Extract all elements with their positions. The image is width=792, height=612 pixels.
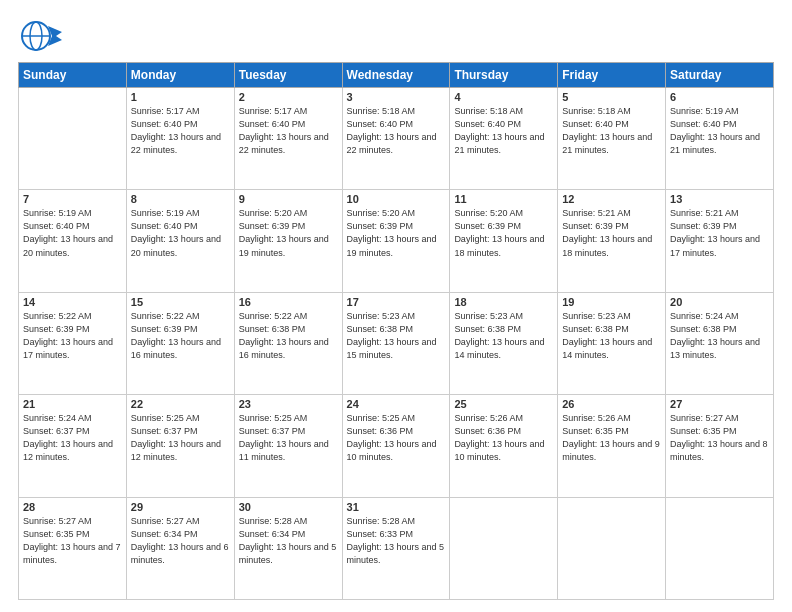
day-info: Sunrise: 5:18 AM Sunset: 6:40 PM Dayligh…: [454, 105, 553, 157]
calendar-cell: 29Sunrise: 5:27 AM Sunset: 6:34 PM Dayli…: [126, 497, 234, 599]
weekday-header-friday: Friday: [558, 63, 666, 88]
day-number: 28: [23, 501, 122, 513]
calendar-cell: 27Sunrise: 5:27 AM Sunset: 6:35 PM Dayli…: [666, 395, 774, 497]
day-info: Sunrise: 5:23 AM Sunset: 6:38 PM Dayligh…: [347, 310, 446, 362]
calendar-cell: [558, 497, 666, 599]
day-number: 30: [239, 501, 338, 513]
calendar-cell: 19Sunrise: 5:23 AM Sunset: 6:38 PM Dayli…: [558, 292, 666, 394]
day-number: 9: [239, 193, 338, 205]
calendar-cell: 2Sunrise: 5:17 AM Sunset: 6:40 PM Daylig…: [234, 88, 342, 190]
calendar-cell: 26Sunrise: 5:26 AM Sunset: 6:35 PM Dayli…: [558, 395, 666, 497]
day-number: 24: [347, 398, 446, 410]
calendar-cell: 20Sunrise: 5:24 AM Sunset: 6:38 PM Dayli…: [666, 292, 774, 394]
page: SundayMondayTuesdayWednesdayThursdayFrid…: [0, 0, 792, 612]
day-info: Sunrise: 5:27 AM Sunset: 6:35 PM Dayligh…: [23, 515, 122, 567]
day-number: 15: [131, 296, 230, 308]
calendar-cell: 21Sunrise: 5:24 AM Sunset: 6:37 PM Dayli…: [19, 395, 127, 497]
day-number: 19: [562, 296, 661, 308]
day-number: 29: [131, 501, 230, 513]
day-number: 3: [347, 91, 446, 103]
calendar-cell: [450, 497, 558, 599]
calendar-cell: 1Sunrise: 5:17 AM Sunset: 6:40 PM Daylig…: [126, 88, 234, 190]
day-info: Sunrise: 5:28 AM Sunset: 6:33 PM Dayligh…: [347, 515, 446, 567]
day-number: 7: [23, 193, 122, 205]
weekday-header-saturday: Saturday: [666, 63, 774, 88]
calendar-cell: 15Sunrise: 5:22 AM Sunset: 6:39 PM Dayli…: [126, 292, 234, 394]
day-number: 8: [131, 193, 230, 205]
calendar-cell: 17Sunrise: 5:23 AM Sunset: 6:38 PM Dayli…: [342, 292, 450, 394]
calendar-cell: 14Sunrise: 5:22 AM Sunset: 6:39 PM Dayli…: [19, 292, 127, 394]
day-info: Sunrise: 5:20 AM Sunset: 6:39 PM Dayligh…: [347, 207, 446, 259]
week-row-4: 21Sunrise: 5:24 AM Sunset: 6:37 PM Dayli…: [19, 395, 774, 497]
day-info: Sunrise: 5:21 AM Sunset: 6:39 PM Dayligh…: [670, 207, 769, 259]
day-info: Sunrise: 5:18 AM Sunset: 6:40 PM Dayligh…: [562, 105, 661, 157]
calendar-cell: 9Sunrise: 5:20 AM Sunset: 6:39 PM Daylig…: [234, 190, 342, 292]
day-number: 4: [454, 91, 553, 103]
day-info: Sunrise: 5:25 AM Sunset: 6:36 PM Dayligh…: [347, 412, 446, 464]
logo: [18, 18, 66, 54]
calendar-cell: 30Sunrise: 5:28 AM Sunset: 6:34 PM Dayli…: [234, 497, 342, 599]
calendar-cell: 25Sunrise: 5:26 AM Sunset: 6:36 PM Dayli…: [450, 395, 558, 497]
day-info: Sunrise: 5:22 AM Sunset: 6:38 PM Dayligh…: [239, 310, 338, 362]
day-info: Sunrise: 5:26 AM Sunset: 6:35 PM Dayligh…: [562, 412, 661, 464]
day-info: Sunrise: 5:22 AM Sunset: 6:39 PM Dayligh…: [131, 310, 230, 362]
calendar-cell: 3Sunrise: 5:18 AM Sunset: 6:40 PM Daylig…: [342, 88, 450, 190]
week-row-3: 14Sunrise: 5:22 AM Sunset: 6:39 PM Dayli…: [19, 292, 774, 394]
day-info: Sunrise: 5:22 AM Sunset: 6:39 PM Dayligh…: [23, 310, 122, 362]
day-info: Sunrise: 5:19 AM Sunset: 6:40 PM Dayligh…: [670, 105, 769, 157]
day-number: 5: [562, 91, 661, 103]
calendar-cell: 8Sunrise: 5:19 AM Sunset: 6:40 PM Daylig…: [126, 190, 234, 292]
day-number: 17: [347, 296, 446, 308]
day-info: Sunrise: 5:17 AM Sunset: 6:40 PM Dayligh…: [239, 105, 338, 157]
day-number: 18: [454, 296, 553, 308]
day-number: 10: [347, 193, 446, 205]
day-number: 16: [239, 296, 338, 308]
calendar-cell: 11Sunrise: 5:20 AM Sunset: 6:39 PM Dayli…: [450, 190, 558, 292]
day-number: 13: [670, 193, 769, 205]
calendar-cell: 31Sunrise: 5:28 AM Sunset: 6:33 PM Dayli…: [342, 497, 450, 599]
day-number: 2: [239, 91, 338, 103]
calendar-cell: 10Sunrise: 5:20 AM Sunset: 6:39 PM Dayli…: [342, 190, 450, 292]
calendar-table: SundayMondayTuesdayWednesdayThursdayFrid…: [18, 62, 774, 600]
calendar-cell: 24Sunrise: 5:25 AM Sunset: 6:36 PM Dayli…: [342, 395, 450, 497]
day-info: Sunrise: 5:23 AM Sunset: 6:38 PM Dayligh…: [562, 310, 661, 362]
calendar-cell: 13Sunrise: 5:21 AM Sunset: 6:39 PM Dayli…: [666, 190, 774, 292]
day-info: Sunrise: 5:20 AM Sunset: 6:39 PM Dayligh…: [239, 207, 338, 259]
weekday-header-tuesday: Tuesday: [234, 63, 342, 88]
day-info: Sunrise: 5:21 AM Sunset: 6:39 PM Dayligh…: [562, 207, 661, 259]
calendar-cell: 12Sunrise: 5:21 AM Sunset: 6:39 PM Dayli…: [558, 190, 666, 292]
day-info: Sunrise: 5:23 AM Sunset: 6:38 PM Dayligh…: [454, 310, 553, 362]
week-row-1: 1Sunrise: 5:17 AM Sunset: 6:40 PM Daylig…: [19, 88, 774, 190]
day-info: Sunrise: 5:18 AM Sunset: 6:40 PM Dayligh…: [347, 105, 446, 157]
day-number: 22: [131, 398, 230, 410]
calendar-cell: 18Sunrise: 5:23 AM Sunset: 6:38 PM Dayli…: [450, 292, 558, 394]
calendar-cell: 16Sunrise: 5:22 AM Sunset: 6:38 PM Dayli…: [234, 292, 342, 394]
day-info: Sunrise: 5:17 AM Sunset: 6:40 PM Dayligh…: [131, 105, 230, 157]
calendar-cell: 7Sunrise: 5:19 AM Sunset: 6:40 PM Daylig…: [19, 190, 127, 292]
day-info: Sunrise: 5:19 AM Sunset: 6:40 PM Dayligh…: [23, 207, 122, 259]
day-number: 20: [670, 296, 769, 308]
day-info: Sunrise: 5:25 AM Sunset: 6:37 PM Dayligh…: [239, 412, 338, 464]
weekday-header-sunday: Sunday: [19, 63, 127, 88]
day-info: Sunrise: 5:28 AM Sunset: 6:34 PM Dayligh…: [239, 515, 338, 567]
calendar-cell: 22Sunrise: 5:25 AM Sunset: 6:37 PM Dayli…: [126, 395, 234, 497]
day-info: Sunrise: 5:27 AM Sunset: 6:34 PM Dayligh…: [131, 515, 230, 567]
day-info: Sunrise: 5:25 AM Sunset: 6:37 PM Dayligh…: [131, 412, 230, 464]
calendar-cell: [19, 88, 127, 190]
day-info: Sunrise: 5:27 AM Sunset: 6:35 PM Dayligh…: [670, 412, 769, 464]
day-number: 6: [670, 91, 769, 103]
calendar-cell: 28Sunrise: 5:27 AM Sunset: 6:35 PM Dayli…: [19, 497, 127, 599]
day-number: 23: [239, 398, 338, 410]
day-info: Sunrise: 5:20 AM Sunset: 6:39 PM Dayligh…: [454, 207, 553, 259]
day-number: 12: [562, 193, 661, 205]
day-info: Sunrise: 5:26 AM Sunset: 6:36 PM Dayligh…: [454, 412, 553, 464]
calendar-cell: 4Sunrise: 5:18 AM Sunset: 6:40 PM Daylig…: [450, 88, 558, 190]
weekday-header-row: SundayMondayTuesdayWednesdayThursdayFrid…: [19, 63, 774, 88]
day-number: 21: [23, 398, 122, 410]
calendar-cell: [666, 497, 774, 599]
weekday-header-wednesday: Wednesday: [342, 63, 450, 88]
day-number: 31: [347, 501, 446, 513]
header: [18, 18, 774, 54]
day-info: Sunrise: 5:24 AM Sunset: 6:38 PM Dayligh…: [670, 310, 769, 362]
day-number: 26: [562, 398, 661, 410]
